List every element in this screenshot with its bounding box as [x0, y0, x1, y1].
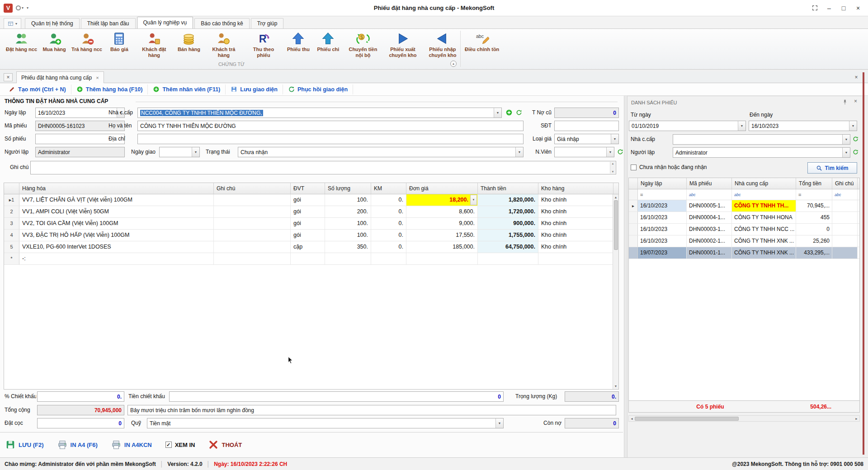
- voucher-cell-total[interactable]: 433,295,...: [796, 247, 832, 258]
- column-header-km[interactable]: KM: [371, 183, 406, 194]
- ribbon-item-khach-tra-hang[interactable]: Khách trả hàng: [204, 30, 244, 58]
- cell-warehouse[interactable]: Kho chính: [538, 230, 613, 241]
- nvien-combo[interactable]: ▼: [554, 147, 614, 157]
- chevron-down-icon[interactable]: ▼: [611, 134, 618, 144]
- close-all-tabs-button[interactable]: ×: [4, 73, 13, 81]
- filter-cell-note[interactable]: abc: [832, 189, 858, 200]
- chevron-down-icon[interactable]: ▼: [470, 195, 477, 205]
- voucher-cell-total[interactable]: 455: [796, 212, 832, 223]
- ribbon-item-phieu-chi[interactable]: Phiếu chi: [313, 30, 343, 52]
- filter-cell-marker[interactable]: [629, 189, 638, 200]
- voucher-row[interactable]: ▸16/10/2023DHN00005-1...CÔNG TY TNHH TH.…: [629, 200, 859, 212]
- ghi-chu-field[interactable]: ▲▼: [30, 161, 616, 174]
- cell-km[interactable]: 0.: [371, 241, 406, 253]
- ngay-giao-combo[interactable]: ▼: [159, 147, 200, 157]
- status-filter-checkbox[interactable]: Chưa nhận hoặc đang nhận: [631, 164, 707, 170]
- chevron-down-icon[interactable]: ▼: [842, 135, 850, 144]
- cell-unit[interactable]: gói: [291, 218, 325, 229]
- cell-warehouse[interactable]: Kho chính: [538, 218, 613, 229]
- cell-km[interactable]: 0.: [371, 194, 406, 206]
- column-header-product[interactable]: Hàng hóa: [19, 183, 214, 194]
- chevron-down-icon[interactable]: ▼: [515, 147, 523, 157]
- voucher-cell-code[interactable]: DHN00003-1...: [687, 224, 732, 235]
- cell-unit[interactable]: gói: [291, 206, 325, 217]
- voucher-cell-date[interactable]: 16/10/2023: [638, 212, 687, 223]
- cell-marker[interactable]: *: [4, 253, 19, 264]
- column-header-marker[interactable]: [4, 183, 19, 194]
- table-row[interactable]: 4VV3, ĐẶC TRỊ HÔ HẤP (Việt Viễn) 100GMgó…: [4, 230, 618, 241]
- voucher-cell-code[interactable]: DHN00004-1...: [687, 212, 732, 223]
- voucher-cell-total[interactable]: 70,945,...: [796, 200, 832, 212]
- grid-vertical-scrollbar[interactable]: ▲ ▼: [613, 194, 618, 389]
- button-xem-in[interactable]: ✓XEM IN: [165, 442, 195, 448]
- chevron-down-icon[interactable]: ▼: [849, 121, 857, 131]
- voucher-cell-code[interactable]: DHN00002-1...: [687, 235, 732, 247]
- table-row[interactable]: ▸1VV7, LIỆT CHÂN GÀ VỊT (Việt viễn) 100G…: [4, 194, 618, 206]
- cell-note[interactable]: [214, 241, 291, 253]
- voucher-cell-marker[interactable]: [629, 247, 638, 258]
- voucher-cell-note[interactable]: [832, 224, 858, 235]
- chevron-down-icon[interactable]: ▼: [606, 147, 614, 157]
- voucher-cell-supplier[interactable]: CÔNG TY TNHH HONA: [732, 212, 796, 223]
- voucher-column-header-note[interactable]: Ghi chú: [832, 178, 858, 189]
- voucher-cell-note[interactable]: [832, 200, 858, 212]
- voucher-grid-horizontal-scrollbar[interactable]: ◄ ►: [628, 415, 860, 422]
- action-tao-moi-ctrl-n[interactable]: Tạo mới (Ctrl + N): [4, 85, 71, 94]
- cell-warehouse[interactable]: Kho chính: [538, 241, 613, 253]
- action-them-hang-hoa-f10[interactable]: Thêm hàng hóa (F10): [71, 85, 148, 94]
- close-panel-icon[interactable]: ×: [854, 98, 857, 104]
- dia-chi-field[interactable]: [137, 134, 524, 144]
- filter-cell-total[interactable]: =: [796, 189, 832, 200]
- cell-qty[interactable]: 200.: [325, 206, 371, 217]
- column-header-unit[interactable]: ĐVT: [291, 183, 325, 194]
- document-tab[interactable]: Phiếu đặt hàng nhà cung cấp ×: [16, 71, 104, 83]
- cell-price[interactable]: [406, 253, 478, 264]
- sdt-field[interactable]: [554, 121, 619, 131]
- ribbon-item-tra-hang-ncc[interactable]: Trả hàng ncc: [69, 30, 104, 52]
- panel-splitter[interactable]: [624, 96, 627, 457]
- cell-price[interactable]: 185,000.: [406, 241, 478, 253]
- voucher-row[interactable]: 16/10/2023DHN00003-1...CÔNG TY TNHH NCC …: [629, 224, 859, 235]
- cell-marker[interactable]: 4: [4, 230, 19, 241]
- file-menu-button[interactable]: ▾: [4, 18, 21, 28]
- chevron-down-icon[interactable]: ▼: [192, 147, 199, 157]
- table-row[interactable]: 5VXLE10, PG-600 InterVet 1DOSEScặp350.0.…: [4, 241, 618, 253]
- close-panel-icon[interactable]: ×: [852, 73, 861, 81]
- ho-ten-field[interactable]: CÔNG TY TNHH THIÊN MỘC ĐƯỜNG: [137, 121, 524, 131]
- cell-amount[interactable]: 64,750,000.: [478, 241, 538, 253]
- voucher-column-header-code[interactable]: Mã phiếu: [687, 178, 732, 189]
- fullscreen-icon[interactable]: [808, 3, 821, 13]
- cell-amount[interactable]: 1,820,000.: [478, 194, 538, 206]
- cell-product[interactable]: -:: [19, 253, 214, 264]
- table-row[interactable]: *-:: [4, 253, 618, 265]
- supplier-combo[interactable]: NCC004, CÔNG TY TNHH THIÊN MỘC ĐƯỜNG,▼: [137, 108, 502, 118]
- refresh-icon[interactable]: [852, 136, 859, 142]
- dat-coc-field[interactable]: 0: [37, 418, 124, 428]
- close-button[interactable]: ×: [852, 3, 864, 13]
- menu-tab-bao-cao-thong-ke[interactable]: Báo cáo thống kê: [194, 18, 249, 28]
- table-row[interactable]: 3VV2, TOI GIA CẦM (Việt Viễn) 100GMgói10…: [4, 218, 618, 230]
- voucher-row[interactable]: 19/07/2023DHN00001-1...CÔNG TY TNHH XNK …: [629, 247, 859, 259]
- ribbon-item-mua-hang[interactable]: Mua hàng: [39, 30, 69, 52]
- cell-warehouse[interactable]: Kho chính: [538, 194, 613, 206]
- cell-product[interactable]: VV3, ĐẶC TRỊ HÔ HẤP (Việt Viễn) 100GM: [19, 230, 214, 241]
- cell-qty[interactable]: 100.: [325, 218, 371, 229]
- voucher-column-header-supplier[interactable]: Nhà cung cấp: [732, 178, 796, 189]
- tu-ngay-combo[interactable]: 01/10/2019▼: [629, 121, 746, 131]
- chevron-down-icon[interactable]: ▼: [494, 108, 501, 118]
- menu-tab-quan-tri-he-thong[interactable]: Quản trị hệ thống: [25, 18, 80, 28]
- action-phuc-hoi-giao-dien[interactable]: Phục hồi giao diện: [283, 85, 353, 94]
- cell-marker[interactable]: 2: [4, 206, 19, 217]
- ribbon-item-phieu-nhap-chuyen-kho[interactable]: Phiếu nhập chuyển kho: [423, 30, 462, 58]
- refresh-icon[interactable]: [852, 149, 859, 155]
- ribbon-item-phieu-thu[interactable]: Phiếu thu: [283, 30, 313, 52]
- cell-km[interactable]: [371, 253, 406, 264]
- cell-note[interactable]: [214, 253, 291, 264]
- voucher-cell-note[interactable]: [832, 212, 858, 223]
- ribbon-item-thu-theo-phieu[interactable]: RThu theo phiếu: [244, 30, 283, 58]
- cell-qty[interactable]: [325, 253, 371, 264]
- column-header-amount[interactable]: Thành tiền: [478, 183, 538, 194]
- voucher-cell-marker[interactable]: [629, 224, 638, 235]
- table-row[interactable]: 2VV1, AMPI COLI (Việt Viễn) 50GMgói200.0…: [4, 206, 618, 218]
- chevron-down-icon[interactable]: ▼: [495, 418, 503, 428]
